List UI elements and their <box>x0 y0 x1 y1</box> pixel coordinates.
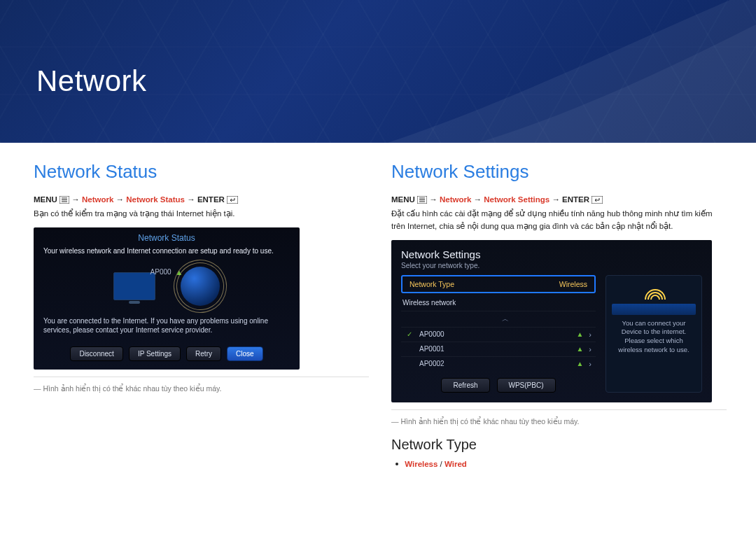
shot-message: You are connected to the Internet. If yo… <box>34 312 300 344</box>
option-wired: Wired <box>444 460 467 468</box>
column-right: Network Settings MENU Network Network Se… <box>391 161 727 468</box>
enter-icon <box>227 196 238 204</box>
ap-name: AP0001 <box>419 345 570 353</box>
arrow-icon <box>474 195 484 204</box>
section-description: Đặt cấu hình các cài đặt mạng để sử dụng… <box>391 208 727 233</box>
chevron-right-icon: › <box>589 345 592 353</box>
signal-icon: ▲ <box>576 330 583 338</box>
chapter-header: Network <box>0 0 756 143</box>
network-type-key: Network Type <box>410 280 454 288</box>
wps-button[interactable]: WPS(PBC) <box>497 378 556 393</box>
nav-seg-network: Network <box>440 195 471 204</box>
shot-panel-row: Network Type Wireless Wireless network ︿… <box>401 275 702 393</box>
menu-icon <box>59 196 69 204</box>
shot-visual-row: AP000 ▲ <box>34 260 300 312</box>
option-separator: / <box>438 460 444 468</box>
side-panel-text: You can connect your Device to the inter… <box>612 319 696 355</box>
ap-name: AP0000 <box>419 330 570 338</box>
content-columns: Network Status MENU Network Network Stat… <box>0 143 756 468</box>
image-caption: Hình ảnh hiển thị có thể khác nhau tùy t… <box>34 377 369 393</box>
close-button[interactable]: Close <box>227 346 263 361</box>
nav-enter-label: ENTER <box>197 195 225 204</box>
nav-seg-network: Network <box>82 195 113 204</box>
shot-left-panel: Network Type Wireless Wireless network ︿… <box>401 275 596 393</box>
menu-icon <box>417 196 427 204</box>
ap-row[interactable]: AP0002 ▲ › <box>401 356 596 371</box>
nav-menu-label: MENU <box>34 195 57 204</box>
nav-seg-network-settings: Network Settings <box>484 195 550 204</box>
signal-icon: ▲ <box>576 360 583 367</box>
device-strip-icon <box>612 304 696 315</box>
document-page: Network Network Status MENU Network Netw… <box>0 0 756 534</box>
check-icon: ✓ <box>405 330 414 338</box>
chapter-title: Network <box>36 64 147 98</box>
nav-enter-label: ENTER <box>562 195 589 204</box>
shot-title: Network Status <box>34 227 300 247</box>
arrow-icon <box>116 195 127 204</box>
globe-icon <box>181 267 220 306</box>
ap-row[interactable]: ✓ AP0000 ▲ › <box>401 327 596 342</box>
arrow-icon <box>552 195 562 204</box>
enter-icon <box>592 196 603 204</box>
screenshot-network-status: Network Status Your wireless network and… <box>34 227 300 370</box>
column-left: Network Status MENU Network Network Stat… <box>34 161 369 468</box>
list-scroll-up[interactable]: ︿ <box>401 311 596 327</box>
section-heading-network-settings: Network Settings <box>391 161 727 183</box>
shot-subtitle: Your wireless network and Internet conne… <box>34 247 300 260</box>
header-curve <box>231 0 756 143</box>
section-description: Bạn có thể kiểm tra mạng và trạng thái I… <box>34 208 369 220</box>
sub-heading-network-type: Network Type <box>391 437 727 453</box>
section-heading-network-status: Network Status <box>34 161 369 183</box>
nav-menu-label: MENU <box>391 195 415 204</box>
option-wireless: Wireless <box>405 460 438 468</box>
shot-title: Network Settings <box>401 248 702 260</box>
shot-side-panel: You can connect your Device to the inter… <box>606 275 702 393</box>
ap-row[interactable]: AP0001 ▲ › <box>401 342 596 356</box>
ap-name: AP0002 <box>419 360 570 367</box>
tv-icon <box>113 272 155 300</box>
menu-path-line: MENU Network Network Status ENTER <box>34 195 369 204</box>
nav-seg-network-status: Network Status <box>126 195 185 204</box>
option-line: Wireless / Wired <box>396 460 727 468</box>
shot-subtitle: Select your network type. <box>401 262 702 269</box>
signal-icon: ▲ <box>576 345 583 353</box>
wireless-network-label: Wireless network <box>401 296 596 311</box>
shot-button-row: Refresh WPS(PBC) <box>401 378 596 393</box>
shot-button-row: Disconnect IP Settings Retry Close <box>34 344 300 363</box>
disconnect-button[interactable]: Disconnect <box>70 346 122 361</box>
image-caption: Hình ảnh hiển thị có thể khác nhau tùy t… <box>391 409 727 426</box>
ip-settings-button[interactable]: IP Settings <box>129 346 181 361</box>
screenshot-network-settings: Network Settings Select your network typ… <box>391 240 712 402</box>
network-type-value: Wireless <box>559 280 587 288</box>
arrow-icon <box>71 195 82 204</box>
bullet-icon <box>396 463 398 465</box>
network-type-row[interactable]: Network Type Wireless <box>401 275 596 293</box>
chevron-right-icon: › <box>589 330 592 339</box>
retry-button[interactable]: Retry <box>186 346 221 361</box>
chevron-right-icon: › <box>589 360 592 368</box>
wifi-signal-icon <box>644 283 664 300</box>
arrow-icon <box>187 195 197 204</box>
chevron-up-icon: ︿ <box>419 314 592 324</box>
ap-name: AP000 <box>150 268 172 276</box>
refresh-button[interactable]: Refresh <box>441 378 489 393</box>
menu-path-line: MENU Network Network Settings ENTER <box>391 195 727 204</box>
arrow-icon <box>429 195 440 204</box>
